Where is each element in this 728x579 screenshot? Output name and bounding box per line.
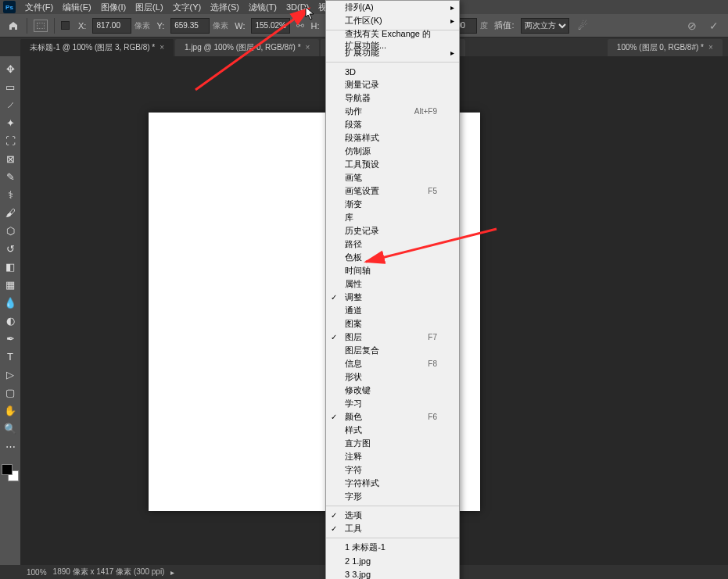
transform-scope-icon[interactable] [34,20,48,32]
eraser-tool[interactable]: ◧ [2,259,19,274]
v-unit: 度 [480,20,488,31]
dodge-tool[interactable]: ◐ [2,313,19,328]
menu-item[interactable]: 图层复合 [326,344,459,357]
close-icon[interactable]: × [160,43,164,52]
menu-type[interactable]: 文字(Y) [168,0,206,15]
tools-panel: ✥ ▭ ⟋ ✦ ⛶ ⊠ ✎ ⚕ 🖌 ⬡ ↺ ◧ ▦ 💧 ◐ ✒ T ▷ ▢ ✋ … [0,56,20,565]
y-unit: 像素 [213,20,228,31]
menu-item[interactable]: 段落样式 [326,131,459,145]
eyedropper-tool[interactable]: ✎ [2,169,19,184]
menu-item[interactable]: 历史记录 [326,224,459,238]
menu-image[interactable]: 图像(I) [96,0,131,15]
close-icon[interactable]: × [306,43,310,52]
menu-item[interactable]: 注释 [326,450,459,463]
menu-select[interactable]: 选择(S) [206,0,244,15]
menu-item[interactable]: 样式 [326,424,459,437]
cancel-icon[interactable]: ⊘ [684,18,700,34]
edit-toolbar[interactable]: ⋯ [2,438,19,454]
menu-edit[interactable]: 编辑(E) [58,0,96,15]
menu-item[interactable]: 测量记录 [326,78,459,91]
menu-item[interactable]: 段落 [326,118,459,131]
menu-item[interactable]: 学习 [326,397,459,410]
menu-item[interactable]: 工作区(K) [326,14,459,27]
menu-item[interactable]: 工具 [326,522,459,535]
x-input[interactable] [92,18,131,34]
menu-item[interactable]: 调整 [326,291,459,304]
menu-item[interactable]: 通道 [326,304,459,317]
menu-item[interactable]: 字形 [326,490,459,503]
crop-tool[interactable]: ⛶ [2,133,19,148]
hand-tool[interactable]: ✋ [2,402,19,418]
warp-toggle[interactable]: ☄ [576,18,591,34]
stamp-tool[interactable]: ⬡ [2,223,19,238]
close-icon[interactable]: × [708,43,713,52]
menu-item[interactable]: 属性 [326,277,459,291]
interp-select[interactable]: 两次立方 [521,18,569,34]
menu-item[interactable]: 渐变 [326,198,459,211]
menu-3d[interactable]: 3D(D) [282,1,314,13]
fg-color[interactable] [2,464,13,475]
type-tool[interactable]: T [2,348,19,364]
tab-doc-2[interactable]: 1.jpg @ 100% (图层 0, RGB/8#) *× [175,39,319,56]
menu-item[interactable]: 画笔 [326,171,459,184]
menu-item[interactable]: 直方图 [326,437,459,450]
menu-item[interactable]: 2 1.jpg [326,554,459,567]
doc-info[interactable]: 1890 像素 x 1417 像素 (300 ppi) [53,566,165,577]
menu-item[interactable]: 扩展功能 [326,46,459,59]
x-label: X: [78,21,86,30]
menu-item[interactable]: 颜色F6 [326,410,459,424]
menu-file[interactable]: 文件(F) [20,0,58,15]
menu-item[interactable]: 查找有关 Exchange 的扩展功能... [326,33,459,46]
wand-tool[interactable]: ✦ [2,115,19,130]
menu-item[interactable]: 图层F7 [326,331,459,344]
path-select-tool[interactable]: ▷ [2,366,19,382]
menu-filter[interactable]: 滤镜(T) [244,0,282,15]
menu-item[interactable]: 工具预设 [326,158,459,171]
menu-item[interactable]: 3D [326,65,459,78]
shape-tool[interactable]: ▢ [2,384,19,400]
frame-tool[interactable]: ⊠ [2,151,19,166]
zoom-tool[interactable]: 🔍 [2,420,19,436]
blur-tool[interactable]: 💧 [2,295,19,310]
w-input[interactable] [251,18,290,34]
menu-item[interactable]: 3 3.jpg [326,567,459,579]
lasso-tool[interactable]: ⟋ [2,97,19,113]
pen-tool[interactable]: ✒ [2,331,19,346]
tab-doc-4[interactable]: 100% (图层 0, RGB/8#) *× [608,39,723,56]
menu-item[interactable]: 字符样式 [326,477,459,490]
zoom-display[interactable]: 100% [27,568,47,577]
menu-item[interactable]: 选项 [326,509,459,522]
menu-item[interactable]: 修改键 [326,384,459,397]
menu-item[interactable]: 色板 [326,251,459,264]
menu-item[interactable]: 动作Alt+F9 [326,105,459,118]
tab-doc-1[interactable]: 未标题-1 @ 100% (图层 3, RGB/8) *× [20,39,174,56]
info-caret-icon[interactable]: ▸ [170,568,174,577]
menu-item[interactable]: 仿制源 [326,145,459,158]
menu-item[interactable]: 时间轴 [326,264,459,277]
app-logo: Ps [3,1,16,13]
menu-layer[interactable]: 图层(L) [131,0,167,15]
gradient-tool[interactable]: ▦ [2,277,19,292]
menu-item[interactable]: 排列(A) [326,1,459,14]
move-tool[interactable]: ✥ [2,61,19,77]
color-swatch[interactable] [2,464,19,481]
menu-item[interactable]: 信息F8 [326,357,459,370]
menu-item[interactable]: 字符 [326,463,459,477]
menu-item[interactable]: 1 未标题-1 [326,541,459,554]
home-icon[interactable] [6,19,20,33]
history-brush-tool[interactable]: ↺ [2,241,19,256]
menu-item[interactable]: 画笔设置F5 [326,184,459,198]
marquee-tool[interactable]: ▭ [2,79,19,95]
menu-item[interactable]: 形状 [326,370,459,384]
brush-tool[interactable]: 🖌 [2,205,19,220]
menu-item[interactable]: 库 [326,211,459,224]
y-input[interactable] [170,18,210,34]
anchor-grid[interactable] [61,21,70,30]
commit-icon[interactable]: ✓ [706,18,722,34]
link-icon[interactable]: ⚯ [296,20,304,31]
menu-item[interactable]: 导航器 [326,91,459,105]
menu-item[interactable]: 路径 [326,238,459,251]
healing-tool[interactable]: ⚕ [2,187,19,202]
menu-item[interactable]: 图案 [326,317,459,331]
h-label: H: [310,21,319,30]
